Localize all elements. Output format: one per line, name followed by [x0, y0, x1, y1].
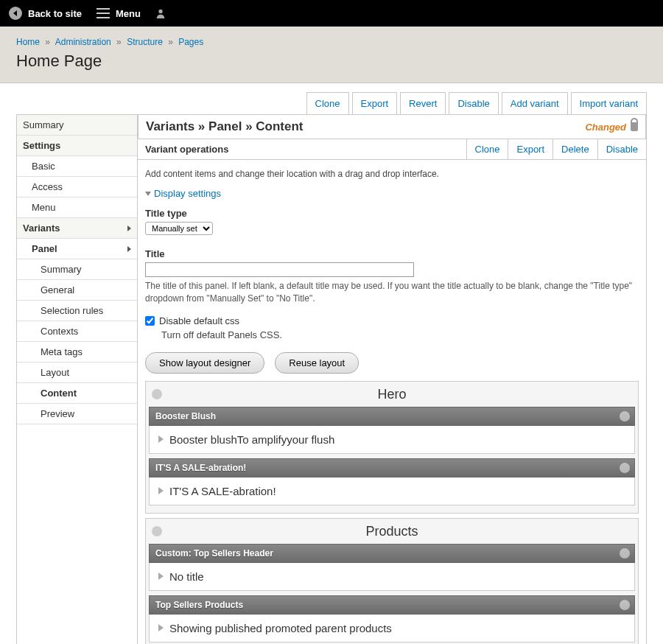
hamburger-icon: [97, 8, 110, 18]
back-arrow-icon: [9, 7, 22, 20]
sidebar-basic[interactable]: Basic: [17, 156, 137, 177]
sidebar-layout[interactable]: Layout: [17, 363, 137, 383]
sidebar-general[interactable]: General: [17, 280, 137, 301]
sidebar-selection-rules[interactable]: Selection rules: [17, 301, 137, 321]
description: Add content items and change their locat…: [145, 169, 639, 179]
region-title: Products: [365, 524, 418, 539]
gear-icon[interactable]: [152, 526, 162, 536]
show-layout-designer-button[interactable]: Show layout designer: [145, 352, 264, 374]
back-label: Back to site: [28, 8, 82, 19]
action-add-variant[interactable]: Add variant: [502, 92, 568, 114]
variant-export[interactable]: Export: [508, 139, 552, 159]
pane-body[interactable]: Showing published promoted parent produc…: [149, 615, 635, 643]
lock-icon: [631, 122, 638, 131]
pane-title[interactable]: Booster Blush: [149, 407, 635, 426]
sidebar: Summary Settings Basic Access Menu Varia…: [16, 115, 138, 644]
variant-ops-label: Variant operations: [138, 139, 466, 159]
right-panel: Variants » Panel » Content Changed Varia…: [138, 115, 647, 644]
variant-clone[interactable]: Clone: [466, 139, 508, 159]
back-to-site-button[interactable]: Back to site: [9, 7, 82, 20]
action-disable[interactable]: Disable: [449, 92, 498, 114]
sidebar-access[interactable]: Access: [17, 177, 137, 197]
title-input[interactable]: [145, 262, 414, 277]
disable-css-help: Turn off default Panels CSS.: [161, 329, 639, 340]
action-export[interactable]: Export: [352, 92, 398, 114]
sidebar-panel-summary[interactable]: Summary: [17, 259, 137, 280]
triangle-down-icon: [145, 192, 151, 196]
gear-icon[interactable]: [620, 411, 630, 421]
user-menu[interactable]: [155, 8, 166, 18]
breadcrumb-structure[interactable]: Structure: [127, 37, 163, 47]
right-breadcrumb: Variants » Panel » Content: [146, 119, 304, 134]
sidebar-summary[interactable]: Summary: [17, 115, 137, 136]
user-icon: [155, 8, 166, 18]
menu-label: Menu: [116, 8, 141, 19]
breadcrumb: Home » Administration » Structure » Page…: [16, 37, 647, 47]
action-revert[interactable]: Revert: [400, 92, 446, 114]
topbar: Back to site Menu: [0, 0, 663, 27]
gear-icon[interactable]: [620, 600, 630, 610]
triangle-right-icon: [158, 487, 164, 494]
sidebar-contexts[interactable]: Contexts: [17, 321, 137, 342]
sidebar-content[interactable]: Content: [17, 383, 137, 404]
breadcrumb-home[interactable]: Home: [16, 37, 40, 47]
disable-css-checkbox[interactable]: [145, 316, 155, 326]
pane-title[interactable]: Custom: Top Sellers Header: [149, 544, 635, 563]
pane-body[interactable]: No title: [149, 563, 635, 591]
main: Clone Export Revert Disable Add variant …: [0, 83, 663, 644]
action-clone[interactable]: Clone: [306, 92, 349, 114]
sidebar-panel[interactable]: Panel: [17, 239, 137, 259]
disable-css-label: Disable default css: [159, 315, 239, 326]
breadcrumb-admin[interactable]: Administration: [55, 37, 111, 47]
breadcrumb-pages[interactable]: Pages: [178, 37, 203, 47]
reuse-layout-button[interactable]: Reuse layout: [275, 352, 359, 374]
variant-operations: Variant operations Clone Export Delete D…: [138, 139, 646, 160]
pane-body[interactable]: IT'S A SALE-abration!: [149, 477, 635, 505]
sidebar-menu[interactable]: Menu: [17, 197, 137, 218]
display-settings-toggle[interactable]: Display settings: [145, 188, 639, 199]
pane-title[interactable]: IT'S A SALE-abration!: [149, 458, 635, 477]
gear-icon[interactable]: [620, 463, 630, 473]
svg-point-0: [158, 10, 162, 13]
gear-icon[interactable]: [152, 389, 162, 399]
triangle-right-icon: [158, 435, 164, 443]
sidebar-preview[interactable]: Preview: [17, 404, 137, 424]
page-title: Home Page: [16, 52, 647, 71]
region-title: Hero: [377, 387, 406, 402]
top-actions: Clone Export Revert Disable Add variant …: [16, 92, 647, 114]
variant-disable[interactable]: Disable: [597, 139, 646, 159]
sidebar-variants[interactable]: Variants: [17, 218, 137, 239]
pane-body[interactable]: Booster blushTo amplifyyour flush: [149, 426, 635, 454]
action-import-variant[interactable]: Import variant: [571, 92, 647, 114]
sidebar-meta-tags[interactable]: Meta tags: [17, 342, 137, 363]
sidebar-settings[interactable]: Settings: [17, 136, 137, 156]
triangle-right-icon: [158, 573, 164, 580]
title-type-label: Title type: [145, 208, 639, 219]
title-label: Title: [145, 248, 639, 259]
pane-title[interactable]: Top Sellers Products: [149, 595, 635, 615]
triangle-right-icon: [158, 624, 164, 631]
title-help: The title of this panel. If left blank, …: [145, 280, 639, 305]
gear-icon[interactable]: [620, 548, 630, 559]
region-products: Products Custom: Top Sellers Header No t…: [145, 518, 639, 644]
changed-indicator: Changed: [585, 122, 638, 133]
region-hero: Hero Booster Blush Booster blushTo ampli…: [145, 381, 639, 514]
page-header: Home » Administration » Structure » Page…: [0, 27, 663, 83]
menu-button[interactable]: Menu: [97, 8, 141, 19]
title-type-select[interactable]: Manually set: [145, 222, 213, 235]
variant-delete[interactable]: Delete: [552, 139, 597, 159]
